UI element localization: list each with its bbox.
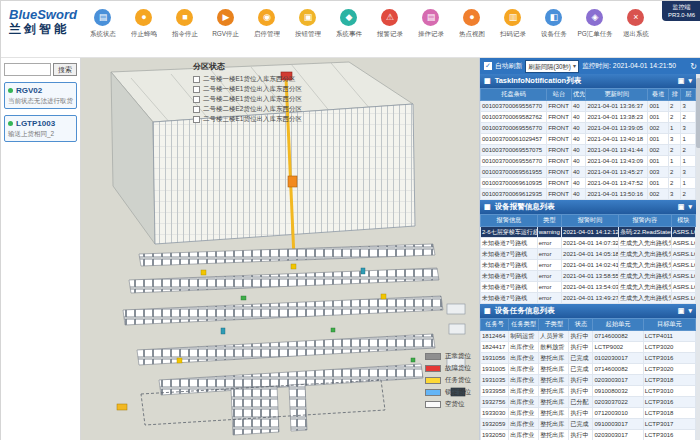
table-row[interactable]: 未知巷道7号路线error 2021-04-01 13:54:03生成先入先出路… <box>481 282 696 293</box>
table-row[interactable]: 1932756出库作业 整托出库已分配 0203037022LCTP3016 <box>481 397 696 408</box>
device-id: RGV02 <box>16 86 42 95</box>
zone-option[interactable]: 二号楼二楼E1货位出入库东西分区 <box>193 94 302 104</box>
column-header[interactable]: 目标单元 <box>643 319 695 331</box>
column-header[interactable]: 任务号 <box>481 319 509 331</box>
table-row[interactable]: 1931035出库作业 整托出库执行中 0203003017LCTP3018 <box>481 375 696 386</box>
table-row[interactable]: 1931056出库作业 整托出库已完成 0102030017LCTP3016 <box>481 353 696 364</box>
task-info-title-bar[interactable]: ▦ TaskInfoNotification列表 ▣ ▾ <box>480 74 696 88</box>
toolbar-button[interactable]: ◧ 设备任务 <box>534 9 574 39</box>
refresh-interval-select[interactable]: 刷新间隔(30秒) ▾ <box>525 60 579 73</box>
window-icon[interactable]: ▣ <box>678 203 685 211</box>
refresh-interval-value: 刷新间隔(30秒) <box>528 61 571 72</box>
column-header[interactable]: 报警信息 <box>481 215 538 227</box>
table-row[interactable]: 1824417出库作业 散料放货执行中 LCTP9002LCTP3020 <box>481 342 696 353</box>
window-icon[interactable]: ▣ <box>678 77 685 85</box>
column-header[interactable]: 任务类型 <box>509 319 539 331</box>
column-header[interactable]: 巷道 <box>648 89 669 101</box>
column-header[interactable]: 状态 <box>569 319 593 331</box>
zone-checkbox[interactable] <box>193 106 200 113</box>
table-row[interactable]: 001003700061029457FRONT 402021-04-01 13:… <box>481 134 696 145</box>
zone-panel-title: 分区状态 <box>193 61 302 72</box>
table-row[interactable]: 1812464制码运货 人员异常执行中 0714600082LCTP4011 <box>481 331 696 342</box>
auto-refresh-checkbox[interactable]: ✓ <box>484 62 492 70</box>
table-row[interactable]: 001003700069561955FRONT 402021-04-01 13:… <box>481 167 696 178</box>
toolbar-button[interactable]: ▣ 按钮管理 <box>288 9 328 39</box>
zone-option[interactable]: 二号楼一楼E1货位出入库东西分区 <box>193 84 302 94</box>
device-card[interactable]: RGV02 当前状态无法进行取货 <box>4 82 77 109</box>
table-row[interactable]: 001003700069557075FRONT 402021-04-01 13:… <box>481 145 696 156</box>
column-header[interactable]: 优先 <box>571 89 585 101</box>
device-search-input[interactable] <box>4 63 51 76</box>
device-card[interactable]: LGTP1003 输送上货相同_2 <box>4 115 77 142</box>
table-row[interactable]: 1933030出库作业 整托出库执行中 0712003010LCTP3018 <box>481 408 696 419</box>
zone-checkbox[interactable] <box>193 86 200 93</box>
column-header[interactable]: 类型 <box>537 215 561 227</box>
table-row[interactable]: 1932050出库作业 整托出库执行中 0203003017LCTP3016 <box>481 430 696 440</box>
table-row[interactable]: 未知巷道7号路线error 2021-04-01 14:07:32生成先入先出路… <box>481 238 696 249</box>
toolbar-button[interactable]: ⚠ 报警记录 <box>370 9 410 39</box>
zone-option[interactable]: 二号楼一楼E1货位入库东西分区 <box>193 74 302 84</box>
column-header[interactable]: 模块 <box>671 215 695 227</box>
toolbar-button-label: 扫码记录 <box>500 29 526 38</box>
table-row[interactable]: 001003700069556770FRONT 402021-04-01 13:… <box>481 123 696 134</box>
table-row[interactable]: 1933958出库作业 整托出库执行中 0910080032LCTP3010 <box>481 386 696 397</box>
column-header[interactable]: 起始单元 <box>593 319 643 331</box>
toolbar-button[interactable]: ◉ 启停管理 <box>247 9 287 39</box>
toolbar-button-label: 设备任务 <box>541 29 567 38</box>
zone-checkbox[interactable] <box>193 76 200 83</box>
zone-checkbox[interactable] <box>193 96 200 103</box>
collapse-icon[interactable]: ▾ <box>688 77 692 85</box>
table-row[interactable]: 001003700069556770FRONT 402021-04-01 13:… <box>481 101 696 112</box>
table-row[interactable]: 未知巷道7号路线error 2021-04-01 14:05:18生成先入先出路… <box>481 249 696 260</box>
zone-checkbox[interactable] <box>193 116 200 123</box>
table-icon: ▦ <box>484 307 491 315</box>
toolbar-button[interactable]: ▤ 操作记录 <box>411 9 451 39</box>
toolbar-button-icon: ▤ <box>422 9 439 26</box>
column-header[interactable]: 排 <box>669 89 681 101</box>
alarm-title-bar[interactable]: ▦ 设备报警信息列表 ▣ ▾ <box>480 200 696 214</box>
zone-option[interactable]: 二号楼三楼E1货位出入库东西分区 <box>193 114 302 124</box>
toolbar-button-label: RGV停止 <box>212 29 239 38</box>
toolbar-button[interactable]: ● 停止蜂鸣 <box>124 9 164 39</box>
table-row[interactable]: 001003700069610935FRONT 402021-04-01 13:… <box>481 178 696 189</box>
column-header[interactable]: 托盘条码 <box>481 89 547 101</box>
legend-label: 空货位 <box>445 400 465 409</box>
panel-scrollbar[interactable] <box>696 74 700 440</box>
collapse-icon[interactable]: ▾ <box>688 203 692 211</box>
device-id: LGTP1003 <box>16 119 55 128</box>
refresh-icon[interactable]: ↻ <box>690 62 697 71</box>
device-task-title-bar[interactable]: ▦ 设备任务信息列表 ▣ ▾ <box>480 304 696 318</box>
toolbar-button[interactable]: ▶ RGV停止 <box>206 9 246 39</box>
scrollbar-thumb[interactable] <box>696 78 700 148</box>
toolbar-button[interactable]: ● 热点视图 <box>452 9 492 39</box>
column-header[interactable]: 更新时间 <box>586 89 648 101</box>
table-row[interactable]: 2-6七层穿梭车运行超时warning 2021-04-01 14:12:12条… <box>481 227 696 238</box>
toolbar-button[interactable]: ▤ 系统状态 <box>83 9 123 39</box>
warehouse-3d-view[interactable]: 分区状态 二号楼一楼E1货位入库东西分区 二号楼一楼E1货位出入库东西分区 <box>81 58 479 440</box>
table-row[interactable]: 001003700069612935FRONT 402021-04-01 13:… <box>481 189 696 200</box>
table-row[interactable]: 未知巷道7号路线error 2021-04-01 13:49:27生成先入先出路… <box>481 293 696 304</box>
toolbar-button[interactable]: × 退出系统 <box>616 9 656 39</box>
table-row[interactable]: 001003700069582762FRONT 402021-04-01 13:… <box>481 112 696 123</box>
toolbar-button[interactable]: ◈ PG汇单任务 <box>575 9 615 39</box>
table-row[interactable]: 1931005出库作业 整托出库已完成 0714600082LCTP3020 <box>481 364 696 375</box>
device-search-button[interactable]: 搜索 <box>53 63 77 76</box>
zone-option[interactable]: 二号楼二楼E2货位出入库东西分区 <box>193 104 302 114</box>
table-row[interactable]: 001003700069556770FRONT 402021-04-01 13:… <box>481 156 696 167</box>
window-icon[interactable]: ▣ <box>678 307 685 315</box>
table-row[interactable]: 1932059出库作业 整托出库已完成 0910003017LCTP3017 <box>481 419 696 430</box>
toolbar-button[interactable]: ▥ 扫码记录 <box>493 9 533 39</box>
device-sidebar: 搜索 RGV02 当前状态无法进行取货 LGTP1003 输 <box>1 58 81 440</box>
column-header[interactable]: 报警时间 <box>562 215 619 227</box>
toolbar-button[interactable]: ◆ 系统事件 <box>329 9 369 39</box>
column-header[interactable]: 层 <box>681 89 696 101</box>
column-header[interactable]: 子类型 <box>539 319 569 331</box>
toolbar-button-icon: ◆ <box>340 9 357 26</box>
column-header[interactable]: 站台 <box>547 89 572 101</box>
table-row[interactable]: 未知巷道7号路线error 2021-04-01 14:02:41生成先入先出路… <box>481 260 696 271</box>
toolbar-button-label: 报警记录 <box>377 29 403 38</box>
toolbar-button[interactable]: ■ 指令停止 <box>165 9 205 39</box>
collapse-icon[interactable]: ▾ <box>688 307 692 315</box>
column-header[interactable]: 报警内容 <box>618 215 671 227</box>
table-row[interactable]: 未知巷道7号路线error 2021-04-01 13:58:55生成先入先出路… <box>481 271 696 282</box>
